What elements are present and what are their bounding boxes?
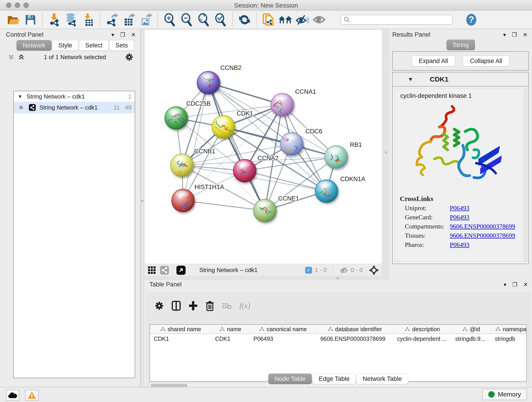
crosslink-link[interactable]: P06493 [450, 214, 469, 221]
panel-close-icon[interactable]: ✕ [523, 282, 528, 287]
warning-status-button[interactable] [25, 390, 38, 401]
crosslink-link[interactable]: P06493 [450, 241, 469, 249]
hide-unselected-button[interactable] [294, 12, 311, 27]
string-home-button[interactable] [277, 12, 294, 27]
table-cell[interactable]: stringdb [491, 334, 527, 344]
column-header--id[interactable]: @id [452, 325, 491, 333]
eye-icon [312, 15, 326, 25]
left-splitter-handle[interactable] [141, 200, 144, 202]
duplicate-network-button[interactable] [260, 12, 277, 27]
network-node-RB1[interactable] [325, 146, 348, 168]
import-network-button[interactable] [46, 12, 63, 27]
export-image-button[interactable] [138, 12, 154, 27]
network-node-CCNB2[interactable] [197, 71, 220, 94]
zoom-fit-button[interactable] [195, 12, 212, 27]
table-cell[interactable]: cyclin-dependent ... [393, 334, 452, 344]
bottom-splitter-handle[interactable] [336, 277, 340, 279]
collapse-all-button[interactable]: Collapse All [463, 56, 509, 66]
panel-close-icon[interactable]: ✕ [523, 32, 527, 38]
collapse-all-networks-icon[interactable] [8, 54, 15, 61]
panel-close-icon[interactable]: ✕ [131, 32, 136, 38]
tab-sets[interactable]: Sets [109, 40, 134, 51]
table-settings-gear-icon[interactable] [155, 301, 164, 310]
help-button[interactable]: ? [463, 12, 480, 27]
tab-network[interactable]: Network [17, 40, 51, 51]
zoom-out-button[interactable] [178, 12, 195, 27]
import-network-from-database-button[interactable] [63, 12, 80, 27]
column-header-canonical-name[interactable]: canonical name [250, 325, 317, 333]
protein-section-header[interactable]: ▼ CDK1 [393, 72, 528, 87]
crosslink-link[interactable]: 9606.ENSP00000378699 [450, 223, 515, 230]
network-node-CCNA1[interactable] [271, 93, 294, 116]
column-header-name[interactable]: name [211, 325, 250, 333]
tab-select[interactable]: Select [79, 40, 109, 51]
table-cell[interactable]: CDK1 [150, 334, 211, 344]
table-cell[interactable]: stringdb:9... [452, 334, 491, 344]
share-view-icon[interactable] [160, 266, 169, 274]
crosslink-link[interactable]: P06493 [450, 204, 469, 212]
expand-all-networks-icon[interactable] [18, 54, 25, 61]
scrollbar-thumb[interactable] [151, 384, 187, 387]
panel-collapse-icon[interactable]: ▾ [504, 282, 506, 287]
network-node-CCNA2[interactable] [233, 159, 256, 182]
network-node-CDK1[interactable] [212, 115, 235, 138]
selected-checkbox-icon[interactable]: ✓ [305, 267, 312, 274]
fit-content-crosshair-icon[interactable] [369, 265, 379, 275]
crosslink-link[interactable]: 9606.ENSP00000378699 [450, 232, 515, 239]
zoom-in-button[interactable] [161, 12, 178, 27]
network-node-CDC25B[interactable] [165, 107, 188, 129]
save-session-button[interactable] [22, 12, 39, 27]
network-node-CCNB1[interactable] [171, 154, 193, 177]
tab-edge-table[interactable]: Edge Table [312, 374, 356, 384]
show-hidden-button[interactable] [311, 12, 328, 27]
network-node-CDC6[interactable] [280, 133, 303, 155]
results-scrollbar[interactable] [524, 89, 527, 262]
export-table-button[interactable] [120, 12, 138, 27]
table-cell[interactable]: 9606.ENSP00000378699 [317, 334, 393, 344]
column-header-database-identifier[interactable]: database identifier [317, 325, 393, 333]
column-header-description[interactable]: description [393, 325, 452, 333]
column-header-shared-name[interactable]: shared name [150, 325, 211, 333]
table-row[interactable]: CDK1CDK1P064939606.ENSP00000378699cyclin… [150, 334, 526, 344]
tab-style[interactable]: Style [52, 40, 78, 51]
column-header-namespac[interactable]: namespac [491, 325, 527, 333]
right-splitter-handle[interactable] [385, 151, 387, 154]
network-row-selected[interactable]: String Network – cdk1 11 48 [14, 102, 135, 113]
network-canvas[interactable]: CCNB2CCNA1CDC25BCDK1CDC6RB1CCNB1CCNA2CDK… [145, 30, 382, 264]
network-edge[interactable] [183, 201, 265, 211]
network-collection-row[interactable]: ▼ String Network – cdk1 1 [14, 91, 135, 102]
search-input[interactable] [350, 16, 450, 23]
expand-all-button[interactable]: Expand All [412, 56, 455, 66]
panel-float-icon[interactable]: ❒ [512, 32, 517, 38]
delete-column-trash-icon[interactable] [206, 300, 214, 311]
node-label-CCNB2: CCNB2 [220, 64, 241, 71]
network-node-CDKN1A[interactable] [315, 180, 338, 203]
panel-float-icon[interactable]: ❒ [120, 32, 125, 38]
table-cell[interactable]: CDK1 [211, 334, 250, 344]
search-box[interactable] [341, 15, 453, 25]
refresh-view-button[interactable] [236, 12, 253, 27]
network-node-HIST1H1A[interactable] [172, 189, 195, 212]
section-collapse-icon[interactable]: ▼ [408, 76, 413, 83]
export-network-button[interactable] [104, 12, 120, 27]
birds-eye-view-icon[interactable] [177, 266, 186, 275]
panel-float-icon[interactable]: ❒ [512, 282, 517, 287]
cloud-status-button[interactable] [6, 390, 19, 401]
grid-view-icon[interactable] [148, 266, 156, 274]
panel-collapse-icon[interactable]: ▾ [503, 32, 506, 38]
network-edge[interactable] [209, 83, 265, 211]
zoom-selected-button[interactable] [212, 12, 229, 27]
tab-node-table[interactable]: Node Table [268, 374, 312, 384]
network-options-gear-icon[interactable] [125, 53, 133, 61]
panel-collapse-icon[interactable]: ▾ [111, 32, 114, 38]
tab-network-table[interactable]: Network Table [356, 374, 408, 384]
open-session-button[interactable] [5, 12, 22, 27]
show-columns-icon[interactable] [172, 301, 181, 311]
table-cell[interactable]: P06493 [250, 334, 317, 344]
tab-string-results[interactable]: String [447, 40, 475, 50]
tree-expand-icon[interactable]: ▼ [18, 94, 22, 99]
add-column-icon[interactable] [189, 301, 198, 311]
network-node-CCNE1[interactable] [253, 199, 276, 222]
import-table-button[interactable] [80, 12, 97, 27]
memory-button[interactable]: Memory [482, 389, 527, 400]
